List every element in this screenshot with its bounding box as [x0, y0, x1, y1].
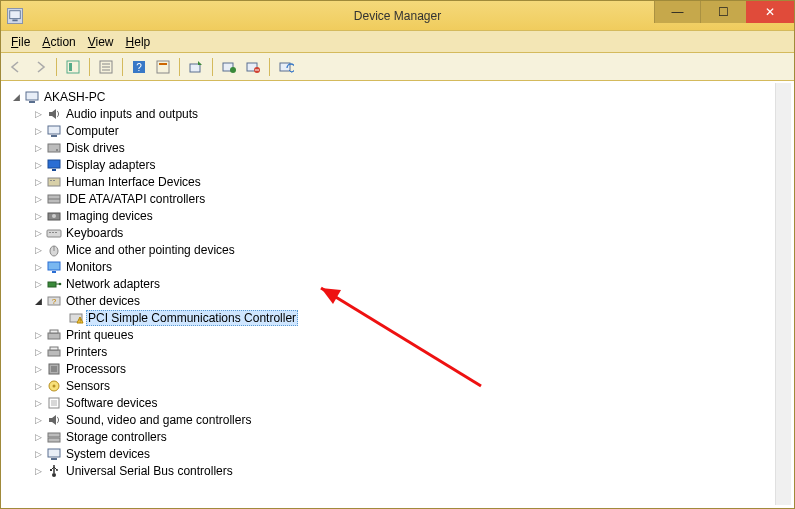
- expander-icon[interactable]: ▷: [31, 398, 45, 408]
- device-label: PCI Simple Communications Controller: [86, 310, 298, 326]
- expander-icon[interactable]: ▷: [31, 279, 45, 289]
- svg-rect-42: [48, 282, 56, 287]
- expander-icon[interactable]: ▷: [31, 432, 45, 442]
- expander-icon[interactable]: ▷: [31, 330, 45, 340]
- tree-category[interactable]: ▷ Network adapters: [5, 275, 790, 292]
- tree-category[interactable]: ▷ System devices: [5, 445, 790, 462]
- titlebar: Device Manager — ☐ ✕: [1, 1, 794, 31]
- category-label: Keyboards: [64, 226, 125, 240]
- tree-device-selected[interactable]: ! PCI Simple Communications Controller: [5, 309, 790, 326]
- tree-category[interactable]: ▷ Printers: [5, 343, 790, 360]
- action-button[interactable]: [152, 56, 174, 78]
- back-button[interactable]: [5, 56, 27, 78]
- system-icon: [7, 8, 23, 24]
- expander-icon[interactable]: ▷: [31, 262, 45, 272]
- tree-category[interactable]: ▷ Imaging devices: [5, 207, 790, 224]
- expander-icon[interactable]: ▷: [31, 228, 45, 238]
- menu-action[interactable]: Action: [38, 33, 79, 51]
- vertical-scrollbar[interactable]: [775, 83, 791, 505]
- tree-category[interactable]: ◢ ? Other devices: [5, 292, 790, 309]
- svg-point-57: [53, 384, 56, 387]
- category-icon: [46, 174, 62, 190]
- svg-text:?: ?: [136, 62, 142, 73]
- svg-rect-27: [48, 178, 60, 186]
- expander-icon[interactable]: ◢: [31, 296, 45, 306]
- svg-rect-60: [48, 433, 60, 437]
- maximize-button[interactable]: ☐: [700, 1, 746, 23]
- tree-category[interactable]: ▷ Print queues: [5, 326, 790, 343]
- update-driver-button[interactable]: [185, 56, 207, 78]
- expander-icon[interactable]: ▷: [31, 466, 45, 476]
- expander-icon[interactable]: ▷: [31, 364, 45, 374]
- tree-category[interactable]: ▷ Display adapters: [5, 156, 790, 173]
- expander-icon[interactable]: ▷: [31, 177, 45, 187]
- svg-rect-35: [49, 232, 51, 233]
- svg-rect-20: [29, 101, 35, 103]
- show-hide-tree-button[interactable]: [62, 56, 84, 78]
- svg-rect-61: [48, 438, 60, 442]
- category-label: Universal Serial Bus controllers: [64, 464, 235, 478]
- toolbar-separator: [122, 58, 123, 76]
- expander-icon[interactable]: ▷: [31, 449, 45, 459]
- expander-icon[interactable]: ▷: [31, 160, 45, 170]
- category-label: Human Interface Devices: [64, 175, 203, 189]
- uninstall-button[interactable]: [242, 56, 264, 78]
- category-label: Software devices: [64, 396, 159, 410]
- minimize-button[interactable]: —: [654, 1, 700, 23]
- tree-root[interactable]: ◢ AKASH-PC: [5, 88, 790, 105]
- expander-icon[interactable]: ▷: [31, 109, 45, 119]
- category-label: System devices: [64, 447, 152, 461]
- category-icon: [46, 191, 62, 207]
- help-button[interactable]: ?: [128, 56, 150, 78]
- svg-rect-0: [10, 10, 21, 18]
- expander-icon[interactable]: ◢: [9, 92, 23, 102]
- device-tree[interactable]: ◢ AKASH-PC ▷ Audio inputs and outputs ▷ …: [4, 83, 791, 505]
- category-label: Sound, video and game controllers: [64, 413, 253, 427]
- svg-rect-55: [51, 366, 57, 372]
- category-icon: [46, 259, 62, 275]
- category-label: Audio inputs and outputs: [64, 107, 200, 121]
- svg-rect-23: [48, 144, 60, 152]
- category-label: Network adapters: [64, 277, 162, 291]
- toolbar-separator: [212, 58, 213, 76]
- tree-category[interactable]: ▷ Computer: [5, 122, 790, 139]
- tree-category[interactable]: ▷ Disk drives: [5, 139, 790, 156]
- expander-icon[interactable]: ▷: [31, 245, 45, 255]
- expander-icon[interactable]: ▷: [31, 381, 45, 391]
- category-icon: [46, 276, 62, 292]
- window-controls: — ☐ ✕: [654, 1, 794, 23]
- menu-file[interactable]: File: [7, 33, 34, 51]
- expander-icon[interactable]: ▷: [31, 126, 45, 136]
- close-button[interactable]: ✕: [746, 1, 794, 23]
- tree-category[interactable]: ▷ Audio inputs and outputs: [5, 105, 790, 122]
- menu-view[interactable]: View: [84, 33, 118, 51]
- tree-category[interactable]: ▷ Keyboards: [5, 224, 790, 241]
- properties-button[interactable]: [95, 56, 117, 78]
- category-label: Imaging devices: [64, 209, 155, 223]
- tree-category[interactable]: ▷ Processors: [5, 360, 790, 377]
- tree-category[interactable]: ▷ Software devices: [5, 394, 790, 411]
- expander-icon[interactable]: ▷: [31, 415, 45, 425]
- tree-category[interactable]: ▷ Sound, video and game controllers: [5, 411, 790, 428]
- tree-category[interactable]: ▷ Mice and other pointing devices: [5, 241, 790, 258]
- expander-icon[interactable]: ▷: [31, 143, 45, 153]
- expander-icon[interactable]: ▷: [31, 211, 45, 221]
- tree-category[interactable]: ▷ Monitors: [5, 258, 790, 275]
- forward-button[interactable]: [29, 56, 51, 78]
- tree-category[interactable]: ▷ Sensors: [5, 377, 790, 394]
- category-label: Storage controllers: [64, 430, 169, 444]
- enable-button[interactable]: [218, 56, 240, 78]
- tree-category[interactable]: ▷ Storage controllers: [5, 428, 790, 445]
- tree-category[interactable]: ▷ Human Interface Devices: [5, 173, 790, 190]
- tree-category[interactable]: ▷ Universal Serial Bus controllers: [5, 462, 790, 479]
- svg-point-65: [56, 469, 58, 471]
- category-icon: [46, 140, 62, 156]
- scan-hardware-button[interactable]: [275, 56, 297, 78]
- menu-help[interactable]: Help: [122, 33, 155, 51]
- expander-icon[interactable]: ▷: [31, 194, 45, 204]
- expander-icon[interactable]: ▷: [31, 347, 45, 357]
- tree-category[interactable]: ▷ IDE ATA/ATAPI controllers: [5, 190, 790, 207]
- svg-rect-59: [51, 400, 57, 406]
- svg-rect-11: [159, 63, 167, 65]
- category-icon: [46, 463, 62, 479]
